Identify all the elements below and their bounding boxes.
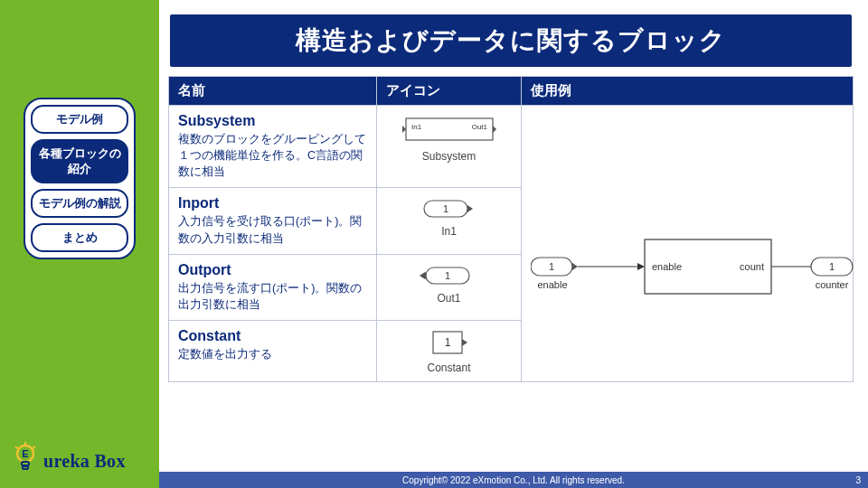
block-title: Inport [178,195,367,211]
cell-name: Subsystem 複数のブロックをグルーピングして１つの機能単位を作る。C言語… [169,106,377,188]
slide: モデル例 各種ブロックの紹介 モデル例の解説 まとめ E ureka Box 構… [0,0,868,488]
block-desc: 複数のブロックをグルーピングして１つの機能単位を作る。C言語の関数に相当 [178,133,366,178]
block-desc: 定数値を出力する [178,348,272,361]
cell-icon: 1 Constant [377,320,522,381]
svg-line-4 [33,446,36,448]
svg-marker-27 [420,272,425,279]
svg-text:Out1: Out1 [471,123,487,131]
icon-label: Subsystem [422,150,476,163]
svg-text:1: 1 [442,203,448,214]
svg-text:1: 1 [444,270,449,281]
cell-name: Outport 出力信号を流す口(ポート)。関数の出力引数に相当 [169,254,377,320]
icon-label: In1 [441,225,457,238]
block-desc: 出力信号を流す口(ポート)。関数の出力引数に相当 [178,282,362,311]
page-number: 3 [855,475,861,485]
logo: E ureka Box [13,441,126,472]
svg-text:enable: enable [537,279,567,290]
svg-marker-8 [402,126,406,133]
block-desc: 入力信号を受け取る口(ポート)。関数の入力引数に相当 [178,215,362,244]
nav-item-blocks-intro[interactable]: 各種ブロックの紹介 [31,139,128,183]
lightbulb-icon: E [13,441,38,472]
nav-box: モデル例 各種ブロックの紹介 モデル例の解説 まとめ [24,98,136,259]
nav-item-model-example[interactable]: モデル例 [31,105,128,134]
footer: Copyright© 2022 eXmotion Co., Ltd. All r… [159,472,868,488]
th-usage: 使用例 [522,77,854,106]
th-icon: アイコン [377,77,522,106]
block-title: Outport [178,262,367,278]
nav-item-model-explain[interactable]: モデル例の解説 [31,189,128,218]
cell-icon: 1 In1 [377,188,522,254]
nav-item-label: モデル例 [56,112,103,126]
th-name: 名前 [169,77,377,106]
svg-rect-5 [22,462,29,465]
outport-icon: 1 [418,262,481,289]
blocks-table: 名前 アイコン 使用例 Subsystem 複数のブロックをグルーピングして１つ… [168,76,854,382]
subsystem-icon: In1 Out1 [395,113,504,147]
cell-name: Constant 定数値を出力する [169,320,377,381]
copyright: Copyright© 2022 eXmotion Co., Ltd. All r… [159,475,868,485]
svg-text:E: E [22,448,28,459]
icon-label: Constant [427,361,470,374]
svg-line-3 [15,446,18,448]
left-rail: モデル例 各種ブロックの紹介 モデル例の解説 まとめ E ureka Box [0,0,159,488]
svg-marker-9 [493,126,496,133]
svg-text:1: 1 [829,261,835,272]
usage-diagram: 1 enable enable count [531,221,856,321]
svg-text:count: count [740,261,764,272]
svg-marker-13 [572,263,578,270]
page-title: 構造およびデータに関するブロック [170,14,852,67]
block-title: Subsystem [178,113,367,129]
nav-item-label: まとめ [62,230,98,244]
table-row: Subsystem 複数のブロックをグルーピングして１つの機能単位を作る。C言語… [169,106,854,188]
svg-text:1: 1 [549,261,554,272]
inport-icon: 1 [418,195,481,222]
logo-text: ureka Box [43,451,126,472]
svg-rect-6 [23,466,28,469]
constant-icon: 1 [422,328,476,359]
block-title: Constant [178,328,367,344]
cell-name: Inport 入力信号を受け取る口(ポート)。関数の入力引数に相当 [169,188,377,254]
svg-text:counter: counter [816,279,849,290]
icon-label: Out1 [437,292,460,305]
cell-icon: In1 Out1 Subsystem [377,106,522,188]
nav-item-label: モデル例の解説 [39,196,121,210]
svg-text:enable: enable [652,261,682,272]
cell-icon: 1 Out1 [377,254,522,320]
svg-marker-31 [462,339,467,346]
svg-marker-25 [467,205,473,212]
svg-text:In1: In1 [411,123,422,131]
cell-usage: 1 enable enable count [522,106,854,382]
main-content: 構造およびデータに関するブロック 名前 アイコン 使用例 Subsystem 複… [159,0,868,488]
svg-text:1: 1 [444,336,450,349]
nav-item-label: 各種ブロックの紹介 [39,146,121,174]
svg-marker-16 [637,263,645,270]
nav-item-summary[interactable]: まとめ [31,223,128,252]
